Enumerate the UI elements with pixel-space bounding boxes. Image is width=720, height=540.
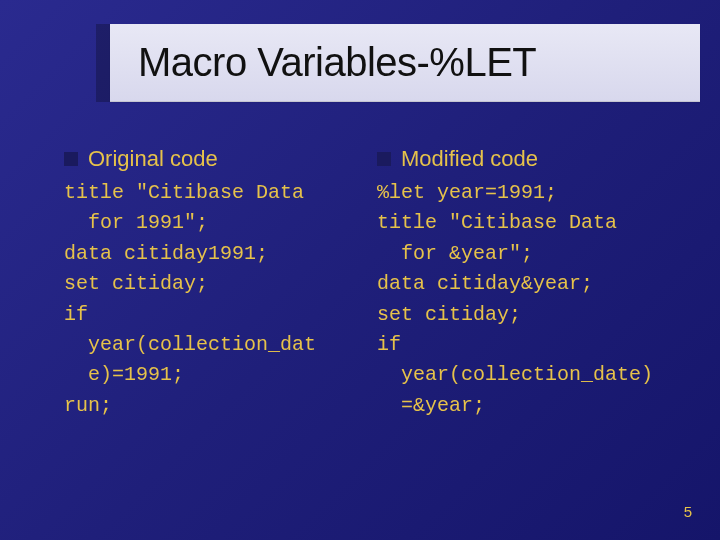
left-column: Original code title "Citibase Data for 1… xyxy=(64,142,365,421)
left-heading: Original code xyxy=(88,142,218,176)
left-heading-row: Original code xyxy=(64,142,365,176)
right-heading-row: Modified code xyxy=(377,142,678,176)
right-column: Modified code %let year=1991; title "Cit… xyxy=(377,142,678,421)
page-number: 5 xyxy=(684,503,692,520)
right-code-block: %let year=1991; title "Citibase Data for… xyxy=(377,178,678,421)
square-bullet-icon xyxy=(377,152,391,166)
slide-title: Macro Variables-%LET xyxy=(138,40,536,85)
title-bar: Macro Variables-%LET xyxy=(110,24,700,102)
square-bullet-icon xyxy=(64,152,78,166)
content-columns: Original code title "Citibase Data for 1… xyxy=(0,142,720,421)
left-code-block: title "Citibase Data for 1991"; data cit… xyxy=(64,178,365,421)
right-heading: Modified code xyxy=(401,142,538,176)
